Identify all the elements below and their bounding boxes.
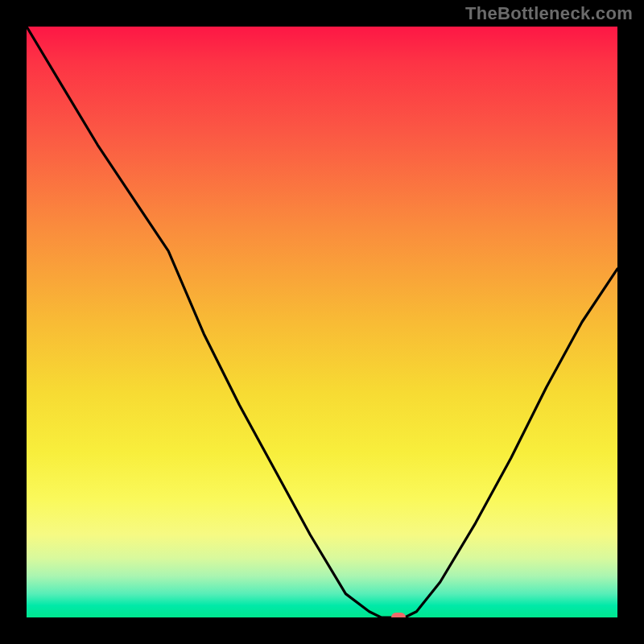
watermark-text: TheBottleneck.com [465, 3, 633, 24]
plot-area [27, 27, 617, 617]
bottleneck-curve [27, 27, 617, 617]
chart-frame: TheBottleneck.com [0, 0, 644, 644]
optimal-point-marker [391, 613, 406, 617]
